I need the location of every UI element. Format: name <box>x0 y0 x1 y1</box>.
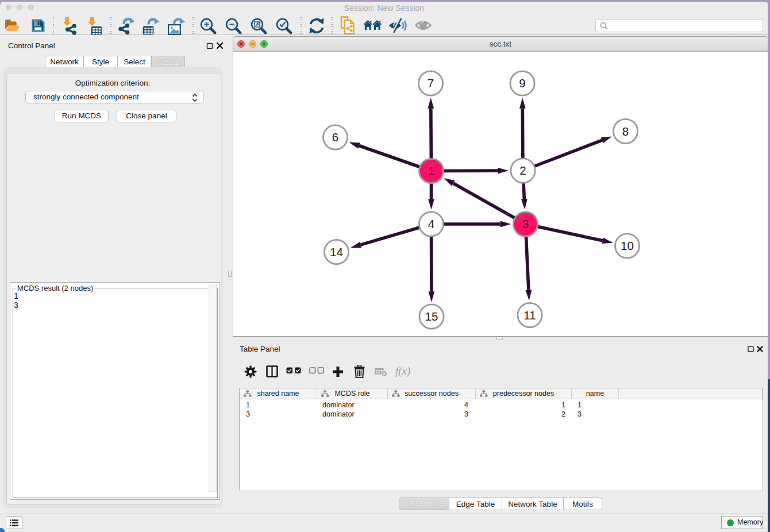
svg-text:2: 2 <box>519 164 526 177</box>
svg-text:9: 9 <box>519 76 525 90</box>
svg-text:15: 15 <box>425 310 438 323</box>
svg-text:11: 11 <box>523 309 536 322</box>
svg-text:14: 14 <box>330 245 343 259</box>
svg-text:3: 3 <box>522 217 529 230</box>
svg-text:6: 6 <box>332 130 338 144</box>
svg-text:10: 10 <box>621 239 634 252</box>
svg-text:8: 8 <box>622 125 629 138</box>
svg-text:4: 4 <box>428 217 434 230</box>
svg-text:1: 1 <box>428 164 434 178</box>
svg-text:7: 7 <box>428 76 434 90</box>
